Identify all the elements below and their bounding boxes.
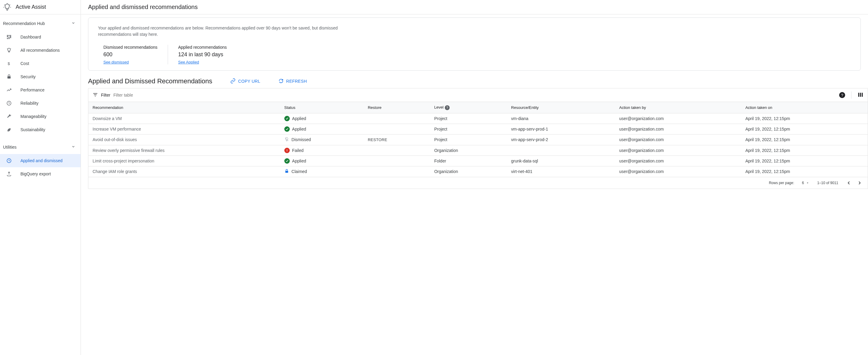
svg-rect-6 (7, 77, 11, 79)
filter-input[interactable] (113, 93, 836, 97)
svg-rect-12 (285, 171, 288, 173)
cell-status: Dismissed (280, 134, 364, 145)
nav-section-header-hub[interactable]: Recommendation Hub (0, 16, 81, 30)
button-label: REFRESH (286, 79, 307, 84)
cell-resource (507, 145, 615, 155)
table-row[interactable]: Change IAM role grantsClaimedOrganizatio… (88, 166, 868, 177)
sidebar-item-label: Performance (21, 88, 44, 92)
table-row[interactable]: Downsize a VMAppliedProjectvm-dianauser@… (88, 113, 868, 124)
cell-status: Applied (280, 113, 364, 124)
cell-by: user@organization.com (615, 113, 741, 124)
stat-applied: Applied recommendations 124 in last 90 d… (173, 45, 232, 64)
clock-icon (6, 100, 12, 106)
refresh-button[interactable]: REFRESH (278, 78, 307, 85)
sidebar-item-sustainability[interactable]: Sustainability (0, 123, 81, 136)
help-icon[interactable]: ? (445, 105, 450, 110)
link-icon (230, 78, 236, 85)
table-row[interactable]: Review overly permissive firewall rulesF… (88, 145, 868, 155)
see-dismissed-link[interactable]: See dismissed (103, 60, 129, 64)
cell-restore (364, 124, 430, 134)
stat-label: Dismissed recommendations (103, 45, 157, 50)
stat-value: 600 (103, 52, 157, 58)
cell-recommendation: Change IAM role grants (88, 166, 280, 177)
col-header[interactable]: Level? (430, 102, 507, 113)
refresh-icon (278, 78, 284, 85)
cell-status: Claimed (280, 166, 364, 177)
cell-restore (364, 155, 430, 166)
next-page-button[interactable] (857, 180, 862, 186)
cell-on: April 19, 2022, 12:15pm (741, 166, 868, 177)
cell-by: user@organization.com (615, 145, 741, 155)
restore-button[interactable]: RESTORE (368, 138, 388, 142)
recommendations-table: RecommendationStatusRestoreLevel?Resourc… (88, 102, 868, 177)
cell-on: April 19, 2022, 12:15pm (741, 113, 868, 124)
sidebar-item-manageability[interactable]: Manageability (0, 110, 81, 123)
cell-by: user@organization.com (615, 124, 741, 134)
cell-recommendation: Increase VM performance (88, 124, 280, 134)
cell-on: April 19, 2022, 12:15pm (741, 124, 868, 134)
col-header[interactable]: Status (280, 102, 364, 113)
dismissed-icon (284, 137, 289, 143)
lock-icon (284, 169, 289, 175)
col-header[interactable]: Action taken by (615, 102, 741, 113)
cell-resource: vm-app-serv-prod-2 (507, 134, 615, 145)
table-row[interactable]: Limit cross-project impersonationApplied… (88, 155, 868, 166)
check-circle-icon (284, 126, 290, 132)
cell-recommendation: Downsize a VM (88, 113, 280, 124)
help-icon[interactable]: ? (839, 92, 845, 98)
sidebar-item-reliability[interactable]: Reliability (0, 96, 81, 110)
nav-section-header-utilities[interactable]: Utilities (0, 140, 81, 154)
prev-page-button[interactable] (846, 180, 851, 186)
cell-restore (364, 113, 430, 124)
sidebar-item-performance[interactable]: Performance (0, 83, 81, 96)
stat-value: 124 in last 90 days (178, 52, 227, 58)
sidebar-item-label: Sustainability (21, 127, 45, 132)
col-header[interactable]: Resource/Entity (507, 102, 615, 113)
col-header[interactable]: Recommendation (88, 102, 280, 113)
filter-icon (93, 92, 98, 98)
svg-rect-9 (858, 93, 859, 96)
col-header[interactable]: Restore (364, 102, 430, 113)
sidebar-item-applied-dismissed[interactable]: Applied and dismissed (0, 154, 81, 167)
rows-per-page-label: Rows per page: (769, 181, 794, 185)
chevron-down-icon (71, 144, 76, 150)
cell-on: April 19, 2022, 12:15pm (741, 134, 868, 145)
chevron-down-icon (71, 21, 76, 26)
divider (851, 91, 851, 99)
svg-rect-0 (7, 35, 8, 37)
rows-per-page-select[interactable]: 6 (802, 181, 809, 185)
sidebar-item-cost[interactable]: $ Cost (0, 57, 81, 70)
table-row[interactable]: Increase VM performanceAppliedProjectvm-… (88, 124, 868, 134)
svg-rect-2 (10, 35, 11, 38)
see-applied-link[interactable]: See Applied (178, 60, 199, 64)
history-icon (6, 158, 12, 164)
stat-label: Applied recommendations (178, 45, 227, 50)
table-header-row: RecommendationStatusRestoreLevel?Resourc… (88, 102, 868, 113)
sidebar-item-bigquery-export[interactable]: BigQuery export (0, 167, 81, 180)
svg-rect-11 (862, 93, 863, 96)
page-range: 1–10 of 9011 (817, 181, 838, 185)
sidebar-item-label: BigQuery export (21, 172, 51, 176)
leaf-icon (6, 127, 12, 133)
cell-restore (364, 145, 430, 155)
col-header[interactable]: Action taken on (741, 102, 868, 113)
columns-icon[interactable] (858, 92, 864, 99)
cell-by: user@organization.com (615, 134, 741, 145)
cell-recommendation: Limit cross-project impersonation (88, 155, 280, 166)
nav-section-label: Utilities (3, 145, 17, 150)
sidebar-header: Active Assist (0, 0, 81, 14)
section-bar: Applied and Dismissed Recommendations CO… (81, 73, 868, 88)
sidebar-item-label: Reliability (21, 101, 38, 106)
cell-by: user@organization.com (615, 155, 741, 166)
sidebar-item-label: Applied and dismissed (21, 158, 63, 163)
sidebar-item-dashboard[interactable]: Dashboard (0, 30, 81, 43)
table-row[interactable]: Avoid out-of-disk issuesDismissedRESTORE… (88, 134, 868, 145)
sidebar-item-all-recs[interactable]: All recommendations (0, 43, 81, 57)
sidebar-item-security[interactable]: Security (0, 70, 81, 83)
copy-url-button[interactable]: COPY URL (230, 78, 260, 85)
cell-resource: vm-diana (507, 113, 615, 124)
button-label: COPY URL (238, 79, 260, 84)
section-title: Applied and Dismissed Recommendations (88, 77, 212, 85)
cell-restore (364, 166, 430, 177)
svg-rect-4 (9, 37, 10, 39)
